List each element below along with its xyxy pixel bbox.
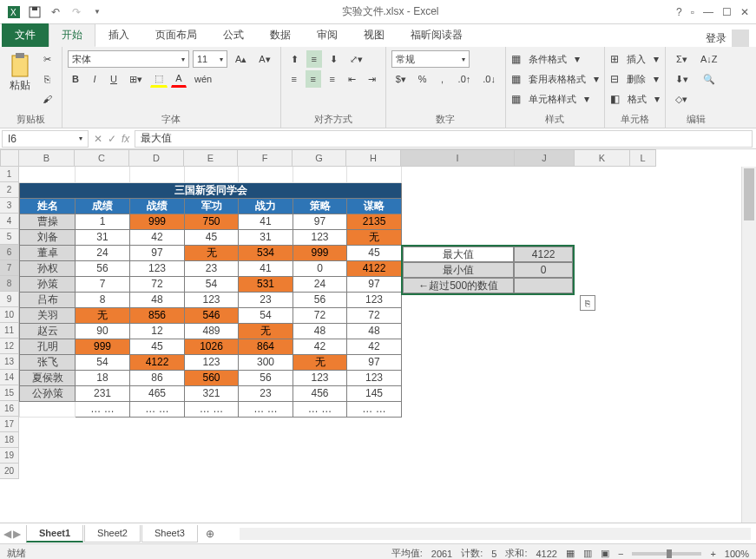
side-value-cell[interactable]: 4122 xyxy=(514,247,573,262)
data-cell[interactable]: 0 xyxy=(293,260,347,276)
row-header[interactable]: 10 xyxy=(0,307,19,323)
data-cell[interactable]: … … xyxy=(293,401,347,417)
data-cell[interactable]: 456 xyxy=(293,385,347,401)
data-cell[interactable]: 2135 xyxy=(347,214,402,229)
table-header-cell[interactable]: 姓名 xyxy=(20,198,76,214)
table-header-cell[interactable]: 成绩 xyxy=(76,198,130,214)
column-header[interactable]: C xyxy=(75,149,129,167)
save-icon[interactable] xyxy=(28,5,42,19)
data-cell[interactable]: … … xyxy=(76,401,130,417)
table-header-cell[interactable]: 军功 xyxy=(185,198,239,214)
align-right-icon[interactable]: ≡ xyxy=(325,70,340,88)
close-icon[interactable]: ✕ xyxy=(740,6,749,18)
data-cell[interactable]: 56 xyxy=(293,292,347,307)
data-cell[interactable]: 刘备 xyxy=(20,229,76,245)
column-header[interactable]: J xyxy=(515,149,575,167)
data-cell[interactable]: 张飞 xyxy=(20,354,76,370)
data-cell[interactable]: 曹操 xyxy=(20,214,76,229)
data-cell[interactable]: 4122 xyxy=(130,354,185,370)
align-center-icon[interactable]: ≡ xyxy=(306,70,321,88)
tab-review[interactable]: 审阅 xyxy=(304,23,351,47)
cell-area[interactable]: 三国新委同学会姓名成绩战绩军功战力策略谋略曹操199975041972135刘备… xyxy=(19,167,402,418)
data-cell[interactable]: 7 xyxy=(76,276,130,292)
data-cell[interactable]: 54 xyxy=(239,307,293,323)
column-header[interactable]: H xyxy=(346,149,401,167)
align-bottom-icon[interactable]: ⬇ xyxy=(325,50,342,68)
login-link[interactable]: 登录 xyxy=(706,31,726,46)
data-cell[interactable]: 48 xyxy=(293,323,347,339)
data-cell[interactable]: 864 xyxy=(239,339,293,354)
data-cell[interactable]: … … xyxy=(239,401,293,417)
data-cell[interactable]: 41 xyxy=(239,260,293,276)
data-cell[interactable]: 97 xyxy=(130,245,185,260)
comma-icon[interactable]: , xyxy=(435,70,450,88)
tab-file[interactable]: 文件 xyxy=(2,23,49,47)
data-cell[interactable]: 无 xyxy=(76,307,130,323)
vertical-scrollbar[interactable] xyxy=(741,167,756,523)
data-cell[interactable]: 123 xyxy=(293,229,347,245)
table-header-cell[interactable]: 战力 xyxy=(239,198,293,214)
format-cells-button[interactable]: 格式 xyxy=(623,90,651,108)
font-color-icon[interactable]: A xyxy=(171,70,187,88)
side-label-cell[interactable]: 最大值 xyxy=(403,247,514,262)
column-header[interactable]: E xyxy=(184,149,238,167)
data-cell[interactable]: … … xyxy=(130,401,185,417)
data-cell[interactable]: 公孙策 xyxy=(20,385,76,401)
fill-color-icon[interactable]: ⬚ xyxy=(150,70,168,88)
orientation-icon[interactable]: ⤢▾ xyxy=(345,50,367,68)
table-format-button[interactable]: 套用表格格式 xyxy=(524,70,590,88)
data-cell[interactable]: … … xyxy=(347,401,402,417)
column-header[interactable]: B xyxy=(19,149,75,167)
formula-input[interactable]: 最大值 xyxy=(135,130,753,148)
side-label-cell[interactable]: ←超过500的数值 xyxy=(403,278,514,293)
cut-icon[interactable]: ✂ xyxy=(38,50,56,68)
data-cell[interactable]: 42 xyxy=(347,339,402,354)
help-icon[interactable]: ? xyxy=(676,6,682,18)
row-header[interactable]: 19 xyxy=(0,448,19,464)
data-cell[interactable]: 41 xyxy=(239,214,293,229)
clear-icon[interactable]: ◇▾ xyxy=(671,90,693,108)
ribbon-options-icon[interactable]: ▫ xyxy=(691,6,694,18)
indent-decrease-icon[interactable]: ⇤ xyxy=(344,70,360,88)
data-cell[interactable]: 999 xyxy=(76,339,130,354)
row-header[interactable]: 13 xyxy=(0,354,19,370)
increase-font-icon[interactable]: A▴ xyxy=(231,50,251,68)
data-cell[interactable]: 999 xyxy=(130,214,185,229)
data-cell[interactable]: 无 xyxy=(293,354,347,370)
user-avatar-icon[interactable] xyxy=(732,30,749,47)
row-header[interactable]: 15 xyxy=(0,385,19,401)
data-cell[interactable]: 56 xyxy=(239,370,293,385)
sheet-tab[interactable]: Sheet1 xyxy=(26,525,83,543)
maximize-icon[interactable]: ☐ xyxy=(722,6,732,18)
row-header[interactable]: 14 xyxy=(0,370,19,385)
data-cell[interactable]: 孙策 xyxy=(20,276,76,292)
row-header[interactable]: 8 xyxy=(0,276,19,292)
data-cell[interactable]: 72 xyxy=(293,307,347,323)
column-header[interactable]: F xyxy=(238,149,293,167)
format-painter-icon[interactable]: 🖌 xyxy=(38,90,56,108)
tab-layout[interactable]: 页面布局 xyxy=(142,23,210,47)
sort-filter-icon[interactable]: A↓Z xyxy=(696,50,722,68)
data-cell[interactable]: 145 xyxy=(347,385,402,401)
data-cell[interactable]: 56 xyxy=(76,260,130,276)
decrease-decimal-icon[interactable]: .0↓ xyxy=(478,70,500,88)
insert-cells-button[interactable]: 插入 xyxy=(622,50,650,68)
data-cell[interactable]: 321 xyxy=(185,385,239,401)
data-cell[interactable]: 12 xyxy=(130,323,185,339)
data-cell[interactable]: 999 xyxy=(293,245,347,260)
data-cell[interactable]: 42 xyxy=(293,339,347,354)
cell-styles-button[interactable]: 单元格样式 xyxy=(524,90,581,108)
cancel-formula-icon[interactable]: ✕ xyxy=(94,133,102,145)
data-cell[interactable]: 18 xyxy=(76,370,130,385)
font-size-combo[interactable]: 11▾ xyxy=(193,50,227,68)
selection-range[interactable]: 最大值4122最小值0←超过500的数值 xyxy=(401,245,575,295)
data-cell[interactable]: 750 xyxy=(185,214,239,229)
data-cell[interactable]: 123 xyxy=(185,292,239,307)
row-header[interactable]: 11 xyxy=(0,323,19,339)
paste-options-icon[interactable]: ⎘ xyxy=(580,295,595,311)
data-cell[interactable]: … … xyxy=(185,401,239,417)
column-header[interactable]: G xyxy=(293,149,346,167)
redo-icon[interactable]: ↷ xyxy=(69,5,83,19)
scrollbar-thumb[interactable] xyxy=(744,168,754,220)
column-header[interactable]: I xyxy=(401,149,515,167)
